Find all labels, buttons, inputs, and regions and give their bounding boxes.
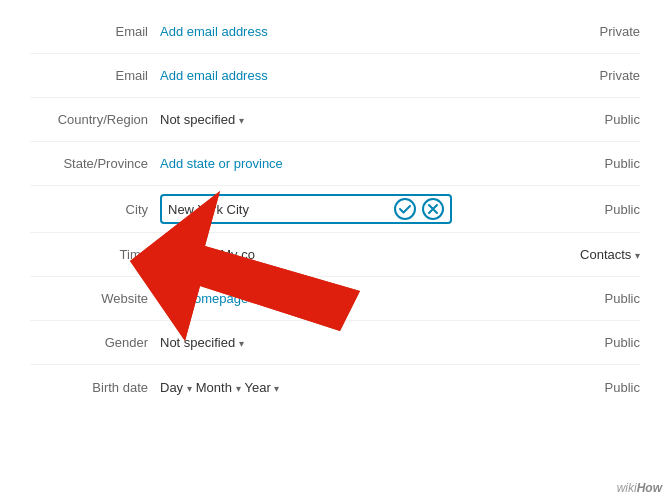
country-text: Not specified [160,112,235,127]
wikihow-bold: How [637,481,662,495]
country-row: Country/Region Not specified ▾ Public [30,98,640,142]
country-value[interactable]: Not specified ▾ [160,112,560,127]
birthdate-label: Birth date [30,380,160,395]
time-row: Time 10:35 AM My co Contacts ▾ [30,233,640,277]
email2-value[interactable]: Add email address [160,68,560,83]
birthdate-row: Birth date Day ▾ Month ▾ Year ▾ Public [30,365,640,409]
city-label: City [30,202,160,217]
state-value[interactable]: Add state or province [160,156,560,171]
gender-text: Not specified [160,335,235,350]
time-label: Time [30,247,160,262]
day-text: Day [160,380,183,395]
birthdate-privacy: Public [560,380,640,395]
month-text: Month [196,380,232,395]
email1-value[interactable]: Add email address [160,24,560,39]
gender-row: Gender Not specified ▾ Public [30,321,640,365]
profile-fields: Email Add email address Private Email Ad… [0,0,670,419]
city-field [160,194,560,224]
contacts-dropdown-icon: ▾ [635,250,640,261]
city-input[interactable] [168,202,388,217]
time-value: 10:35 AM [160,247,217,262]
wikihow-watermark: wikiHow [617,481,662,495]
time-extra: My co [220,247,255,262]
year-text: Year [245,380,271,395]
contacts-text: Contacts [580,247,631,262]
website-value[interactable]: Add homepage [160,291,560,306]
city-row: City Public [30,186,640,233]
birthdate-field: Day ▾ Month ▾ Year ▾ [160,380,560,395]
time-field: 10:35 AM My co [160,247,560,262]
website-privacy: Public [560,291,640,306]
gender-dropdown-icon: ▾ [239,338,244,349]
email1-label: Email [30,24,160,39]
profile-page: Email Add email address Private Email Ad… [0,0,670,501]
email2-label: Email [30,68,160,83]
email2-privacy: Private [560,68,640,83]
city-privacy: Public [560,202,640,217]
birthdate-year[interactable]: Year ▾ [245,380,280,395]
gender-value[interactable]: Not specified ▾ [160,335,560,350]
country-privacy: Public [560,112,640,127]
website-row: Website Add homepage Public [30,277,640,321]
country-label: Country/Region [30,112,160,127]
email2-row: Email Add email address Private [30,54,640,98]
month-dropdown-icon: ▾ [236,383,241,394]
birthdate-month[interactable]: Month ▾ [196,380,241,395]
wikihow-prefix: wiki [617,481,637,495]
state-row: State/Province Add state or province Pub… [30,142,640,186]
city-confirm-icon[interactable] [394,198,416,220]
email1-row: Email Add email address Private [30,10,640,54]
city-cancel-icon[interactable] [422,198,444,220]
email1-privacy: Private [560,24,640,39]
birthdate-day[interactable]: Day ▾ [160,380,192,395]
country-dropdown-icon: ▾ [239,115,244,126]
gender-label: Gender [30,335,160,350]
day-dropdown-icon: ▾ [187,383,192,394]
gender-privacy: Public [560,335,640,350]
year-dropdown-icon: ▾ [274,383,279,394]
state-privacy: Public [560,156,640,171]
time-privacy[interactable]: Contacts ▾ [560,247,640,262]
website-label: Website [30,291,160,306]
state-label: State/Province [30,156,160,171]
city-input-wrapper [160,194,452,224]
